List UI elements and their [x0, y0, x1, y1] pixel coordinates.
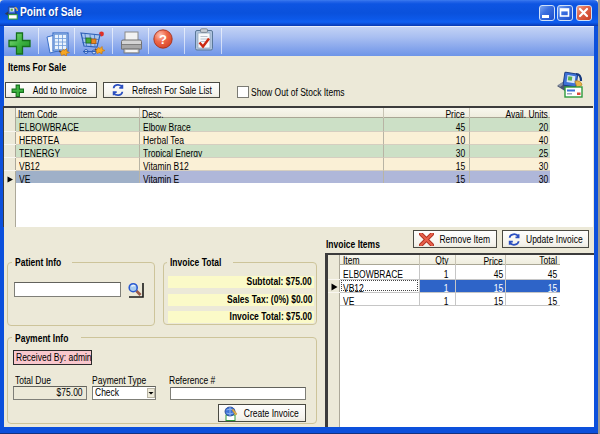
svg-text:?: ? [159, 32, 167, 47]
